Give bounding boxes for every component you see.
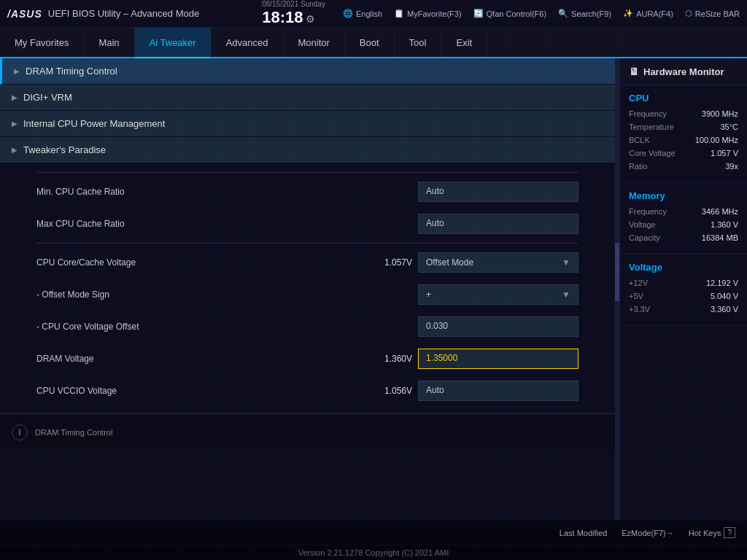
setting-max-cpu-cache[interactable]: Max CPU Cache Ratio Auto	[0, 208, 615, 240]
settings-area: Min. CPU Cache Ratio Auto Max CPU Cache …	[0, 163, 615, 413]
divider-2	[36, 243, 578, 244]
bios-title: UEFI BIOS Utility – Advanced Mode	[48, 8, 199, 19]
bottom-bar: Last Modified EzMode(F7)→ Hot Keys ?	[0, 520, 747, 545]
section-cpu-power[interactable]: ▶ Internal CPU Power Management	[0, 111, 615, 137]
clock-time: 18:18	[262, 8, 303, 26]
setting-dram-voltage[interactable]: DRAM Voltage 1.360V 1.35000	[0, 343, 615, 375]
navbar: My Favorites Main Ai Tweaker Advanced Mo…	[0, 28, 747, 58]
info-icon: i	[12, 424, 28, 440]
hw-cpu-section: CPU Frequency 3900 MHz Temperature 35°C …	[620, 85, 747, 183]
dropdown-arrow-2: ▼	[562, 289, 570, 300]
monitor-icon: 🖥	[629, 66, 639, 77]
topbar: /ASUS UEFI BIOS Utility – Advanced Mode …	[0, 0, 747, 28]
hot-keys-icon: ?	[724, 527, 735, 538]
nav-ai-tweaker[interactable]: Ai Tweaker	[135, 28, 212, 58]
nav-tool[interactable]: Tool	[395, 28, 442, 57]
hw-cpu-freq-row: Frequency 3900 MHz	[629, 109, 738, 118]
topbar-right: 08/15/2021 Sunday 18:18 ⚙ 🌐 English 📋 My…	[262, 0, 740, 27]
hw-cpu-title: CPU	[629, 93, 738, 104]
hw-33v-row: +3.3V 3.360 V	[629, 305, 738, 314]
topbar-search[interactable]: 🔍 Search(F9)	[558, 9, 611, 18]
qfan-icon: 🔄	[473, 9, 484, 18]
arrow-icon: ▶	[14, 67, 20, 75]
last-modified-btn[interactable]: Last Modified	[560, 529, 607, 537]
topbar-resizebar[interactable]: ⬡ ReSize BAR	[685, 9, 740, 18]
hw-mem-cap-row: Capacity 16384 MB	[629, 233, 738, 242]
globe-icon: 🌐	[343, 9, 353, 18]
right-panel: 🖥 Hardware Monitor CPU Frequency 3900 MH…	[619, 58, 747, 520]
scroll-thumb[interactable]	[615, 243, 619, 301]
section-digi-vrm[interactable]: ▶ DIGI+ VRM	[0, 85, 615, 111]
clock-date: 08/15/2021 Sunday	[262, 0, 325, 8]
setting-cpu-vccio[interactable]: CPU VCCIO Voltage 1.056V Auto	[0, 375, 615, 407]
setting-cpu-voltage-offset[interactable]: - CPU Core Voltage Offset 0.030	[0, 311, 615, 343]
clock-area: 08/15/2021 Sunday 18:18 ⚙	[262, 0, 325, 27]
setting-cpu-core-voltage[interactable]: CPU Core/Cache Voltage 1.057V Offset Mod…	[0, 246, 615, 279]
cpu-voltage-offset-input[interactable]: 0.030	[418, 316, 578, 337]
resizebar-icon: ⬡	[685, 9, 692, 18]
nav-exit[interactable]: Exit	[441, 28, 487, 57]
ez-mode-btn[interactable]: EzMode(F7)→	[622, 529, 674, 537]
hot-keys-btn[interactable]: Hot Keys ?	[689, 527, 735, 538]
dropdown-arrow-1: ▼	[562, 257, 570, 268]
arrow-icon-4: ▶	[12, 146, 18, 154]
arrow-icon-2: ▶	[12, 93, 18, 101]
hw-5v-row: +5V 5.040 V	[629, 292, 738, 300]
hw-cpu-temp-row: Temperature 35°C	[629, 122, 738, 131]
min-cpu-cache-input[interactable]: Auto	[418, 182, 578, 202]
max-cpu-cache-input[interactable]: Auto	[418, 214, 578, 234]
nav-boot[interactable]: Boot	[345, 28, 395, 57]
setting-min-cpu-cache[interactable]: Min. CPU Cache Ratio Auto	[0, 176, 615, 208]
topbar-myfavorite[interactable]: 📋 MyFavorite(F3)	[394, 9, 462, 18]
hw-cpu-corevolt-row: Core Voltage 1.057 V	[629, 149, 738, 158]
myfav-icon: 📋	[394, 9, 404, 18]
search-icon: 🔍	[558, 9, 568, 18]
main-area: ▶ DRAM Timing Control ▶ DIGI+ VRM ▶ Inte…	[0, 58, 747, 520]
nav-main[interactable]: Main	[84, 28, 134, 57]
aura-icon: ✨	[623, 9, 633, 18]
hw-mem-freq-row: Frequency 3466 MHz	[629, 207, 738, 216]
left-panel: ▶ DRAM Timing Control ▶ DIGI+ VRM ▶ Inte…	[0, 58, 615, 520]
info-bar: i DRAM Timing Control	[0, 413, 615, 450]
info-text: DRAM Timing Control	[35, 428, 112, 437]
hw-cpu-bclk-row: BCLK 100.00 MHz	[629, 136, 738, 144]
hw-12v-row: +12V 12.192 V	[629, 279, 738, 287]
section-dram-timing[interactable]: ▶ DRAM Timing Control	[0, 58, 615, 85]
dram-voltage-input[interactable]: 1.35000	[418, 349, 578, 369]
hw-memory-section: Memory Frequency 3466 MHz Voltage 1.360 …	[620, 183, 747, 254]
hw-cpu-ratio-row: Ratio 39x	[629, 162, 738, 171]
setting-offset-mode-sign[interactable]: - Offset Mode Sign + ▼	[0, 279, 615, 311]
cpu-vccio-input[interactable]: Auto	[418, 381, 578, 401]
hw-voltage-section: Voltage +12V 12.192 V +5V 5.040 V +3.3V …	[620, 254, 747, 326]
nav-my-favorites[interactable]: My Favorites	[0, 28, 84, 57]
arrow-icon-3: ▶	[12, 120, 18, 128]
hw-mem-volt-row: Voltage 1.360 V	[629, 220, 738, 229]
nav-monitor[interactable]: Monitor	[284, 28, 345, 57]
nav-advanced[interactable]: Advanced	[212, 28, 284, 57]
topbar-aura[interactable]: ✨ AURA(F4)	[623, 9, 673, 18]
version-bar: Version 2.21.1278 Copyright (C) 2021 AMI	[0, 545, 747, 560]
hw-monitor-header: 🖥 Hardware Monitor	[620, 58, 747, 85]
hw-memory-title: Memory	[629, 190, 738, 201]
hw-voltage-title: Voltage	[629, 262, 738, 273]
topbar-english[interactable]: 🌐 English	[343, 9, 382, 18]
logo-area: /ASUS UEFI BIOS Utility – Advanced Mode	[7, 8, 199, 20]
divider-1	[36, 172, 578, 173]
offset-sign-select[interactable]: + ▼	[418, 284, 578, 305]
cpu-voltage-select[interactable]: Offset Mode ▼	[418, 252, 578, 273]
topbar-qfan[interactable]: 🔄 Qfan Control(F6)	[473, 9, 547, 18]
scroll-indicator[interactable]	[615, 58, 619, 520]
asus-logo: /ASUS	[7, 8, 42, 20]
gear-icon[interactable]: ⚙	[306, 13, 315, 25]
section-tweakers-paradise[interactable]: ▶ Tweaker's Paradise	[0, 137, 615, 163]
